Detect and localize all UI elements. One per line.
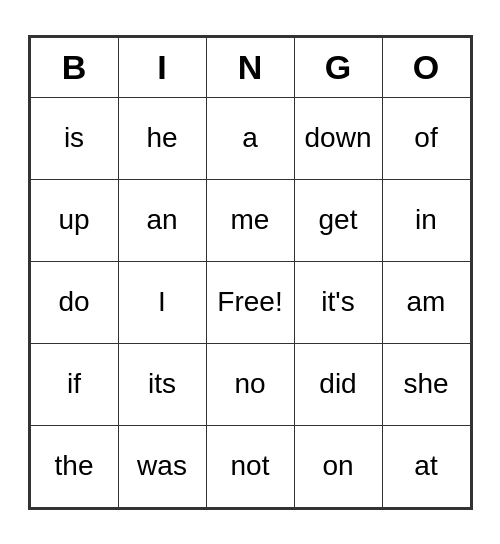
bingo-table: BINGO isheadownofupanmegetindoIFree!it's…: [30, 37, 471, 508]
cell-r0-c2: a: [206, 97, 294, 179]
header-row: BINGO: [30, 37, 470, 97]
cell-r3-c1: its: [118, 343, 206, 425]
table-row: doIFree!it'sam: [30, 261, 470, 343]
cell-r3-c3: did: [294, 343, 382, 425]
cell-r2-c2: Free!: [206, 261, 294, 343]
cell-r3-c2: no: [206, 343, 294, 425]
cell-r1-c1: an: [118, 179, 206, 261]
cell-r0-c3: down: [294, 97, 382, 179]
cell-r1-c3: get: [294, 179, 382, 261]
header-cell-o: O: [382, 37, 470, 97]
cell-r0-c0: is: [30, 97, 118, 179]
table-row: ifitsnodidshe: [30, 343, 470, 425]
cell-r2-c1: I: [118, 261, 206, 343]
cell-r1-c4: in: [382, 179, 470, 261]
cell-r4-c4: at: [382, 425, 470, 507]
cell-r4-c2: not: [206, 425, 294, 507]
cell-r0-c1: he: [118, 97, 206, 179]
cell-r3-c4: she: [382, 343, 470, 425]
cell-r1-c2: me: [206, 179, 294, 261]
cell-r2-c3: it's: [294, 261, 382, 343]
table-row: upanmegetin: [30, 179, 470, 261]
cell-r4-c1: was: [118, 425, 206, 507]
cell-r3-c0: if: [30, 343, 118, 425]
cell-r0-c4: of: [382, 97, 470, 179]
cell-r1-c0: up: [30, 179, 118, 261]
header-cell-n: N: [206, 37, 294, 97]
cell-r2-c4: am: [382, 261, 470, 343]
header-cell-b: B: [30, 37, 118, 97]
header-cell-g: G: [294, 37, 382, 97]
header-cell-i: I: [118, 37, 206, 97]
cell-r4-c3: on: [294, 425, 382, 507]
cell-r2-c0: do: [30, 261, 118, 343]
table-row: isheadownof: [30, 97, 470, 179]
cell-r4-c0: the: [30, 425, 118, 507]
table-row: thewasnotonat: [30, 425, 470, 507]
bingo-card: BINGO isheadownofupanmegetindoIFree!it's…: [28, 35, 473, 510]
